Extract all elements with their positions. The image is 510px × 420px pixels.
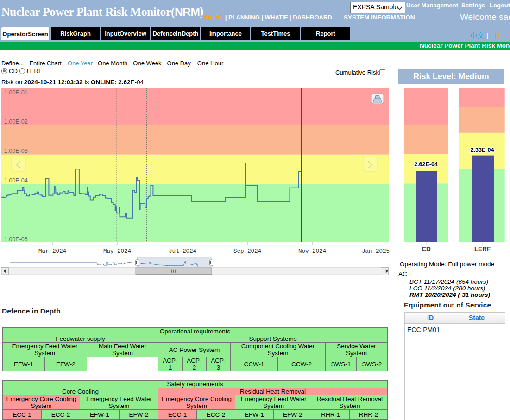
svg-text:1.00E-03: 1.00E-03: [4, 148, 28, 154]
svg-text:Jul 2024: Jul 2024: [169, 248, 196, 255]
svg-text:Jan 2025: Jan 2025: [362, 248, 390, 255]
svg-text:CD: CD: [422, 245, 431, 252]
svg-text:1.00E-02: 1.00E-02: [4, 119, 28, 125]
svg-text:1.00E-04: 1.00E-04: [4, 177, 28, 184]
svg-text:Sep 2024: Sep 2024: [233, 248, 261, 255]
svg-text:1.00E-01: 1.00E-01: [4, 89, 28, 96]
svg-text:Nov 2024: Nov 2024: [298, 248, 326, 255]
svg-text:May 2024: May 2024: [103, 248, 131, 255]
svg-text:2.33E-04: 2.33E-04: [471, 147, 494, 153]
svg-text:LERF: LERF: [474, 245, 491, 252]
svg-text:2.62E-04: 2.62E-04: [414, 161, 438, 168]
svg-text:Mar 2024: Mar 2024: [38, 248, 66, 255]
svg-text:1.00E-06: 1.00E-06: [4, 236, 28, 243]
